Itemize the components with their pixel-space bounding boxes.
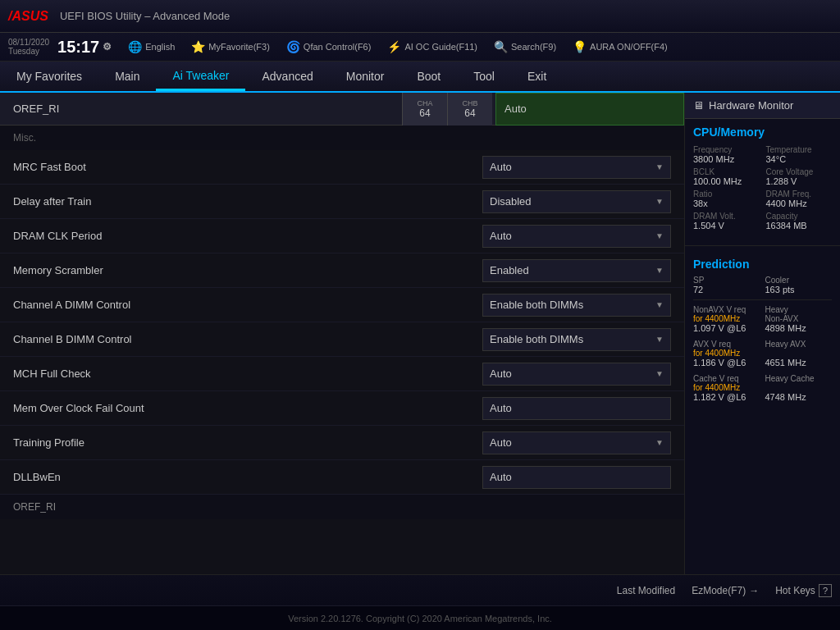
toolbar: 08/11/2020 Tuesday 15:17 ⚙ 🌐 English ⭐ M… bbox=[0, 33, 840, 62]
avx-right-2: Heavy Cache 4748 MHz bbox=[765, 374, 833, 402]
ez-mode-button[interactable]: EzMode(F7) → bbox=[692, 585, 759, 596]
avx-prediction-row: AVX V req for 4400MHz 1.186 V @L6 Heavy … bbox=[693, 340, 832, 368]
hardware-monitor-panel: 🖥 Hardware Monitor CPU/Memory Frequency … bbox=[684, 93, 840, 574]
avx-predictions: NonAVX V req for 4400MHz 1.097 V @L6 Hea… bbox=[693, 305, 832, 402]
hw-metric-item: DRAM Volt. 1.504 V bbox=[693, 212, 760, 231]
setting-row: Training Profile Auto ▼ bbox=[0, 426, 684, 460]
setting-value-3[interactable]: Enabled ▼ bbox=[482, 259, 671, 282]
header-bar: /ASUS UEFI BIOS Utility – Advanced Mode bbox=[0, 0, 840, 33]
cooler-item: Cooler 163 pts bbox=[765, 276, 833, 294]
nav-boot[interactable]: Boot bbox=[400, 62, 457, 91]
lightning-icon: ⚡ bbox=[387, 40, 401, 53]
nav-ai-tweaker[interactable]: Ai Tweaker bbox=[156, 62, 245, 91]
settings-icon[interactable]: ⚙ bbox=[103, 41, 112, 52]
setting-value-0[interactable]: Auto ▼ bbox=[482, 156, 671, 179]
main-panel: OREF_RI CHA 64 CHB 64 Auto Misc. MRC Fas… bbox=[0, 93, 684, 574]
hot-keys-button[interactable]: Hot Keys ? bbox=[775, 584, 832, 597]
bios-title: UEFI BIOS Utility – Advanced Mode bbox=[60, 10, 832, 22]
last-modified-label: Last Modified bbox=[617, 585, 675, 596]
setting-value-8[interactable]: Auto ▼ bbox=[482, 431, 671, 454]
setting-name-0: MRC Fast Boot bbox=[13, 161, 482, 173]
settings-list: MRC Fast Boot Auto ▼ Delay after Train D… bbox=[0, 150, 684, 495]
dropdown-arrow-icon: ▼ bbox=[655, 300, 664, 309]
fan-icon: 🌀 bbox=[286, 40, 300, 53]
setting-name-5: Channel B DIMM Control bbox=[13, 333, 482, 345]
hw-metric-item: Temperature 34°C bbox=[766, 145, 833, 164]
cpu-memory-section: CPU/Memory Frequency 3800 MHz Temperatur… bbox=[685, 119, 840, 240]
dropdown-arrow-icon: ▼ bbox=[655, 197, 664, 206]
time-display: 15:17 ⚙ bbox=[57, 38, 112, 57]
ai-oc-button[interactable]: ⚡ AI OC Guide(F11) bbox=[387, 40, 477, 53]
setting-row: MRC Fast Boot Auto ▼ bbox=[0, 150, 684, 185]
misc-section-label: Misc. bbox=[0, 126, 684, 150]
hw-metric-item: Capacity 16384 MB bbox=[766, 212, 833, 231]
oref-info: OREF_RI bbox=[0, 495, 684, 519]
setting-name-2: DRAM CLK Period bbox=[13, 230, 482, 242]
language-selector[interactable]: 🌐 English bbox=[128, 40, 175, 53]
hw-metric-item: BCLK 100.00 MHz bbox=[693, 167, 760, 186]
setting-name-4: Channel A DIMM Control bbox=[13, 299, 482, 311]
datetime-block: 08/11/2020 Tuesday 15:17 ⚙ bbox=[8, 38, 112, 57]
aura-button[interactable]: 💡 AURA ON/OFF(F4) bbox=[573, 40, 668, 53]
avx-right-1: Heavy AVX 4651 MHz bbox=[765, 340, 833, 368]
setting-name-9: DLLBwEn bbox=[13, 471, 482, 483]
date-display: 08/11/2020 Tuesday bbox=[8, 38, 49, 56]
nav-my-favorites[interactable]: My Favorites bbox=[0, 62, 98, 91]
asus-logo: /ASUS bbox=[8, 9, 48, 24]
cha-chb-badges: CHA 64 CHB 64 bbox=[402, 93, 492, 126]
nav-monitor[interactable]: Monitor bbox=[330, 62, 401, 91]
star-icon: ⭐ bbox=[191, 40, 205, 53]
setting-row: DRAM CLK Period Auto ▼ bbox=[0, 219, 684, 253]
footer: Version 2.20.1276. Copyright (C) 2020 Am… bbox=[0, 605, 840, 630]
nav-advanced[interactable]: Advanced bbox=[245, 62, 329, 91]
setting-row: Memory Scrambler Enabled ▼ bbox=[0, 253, 684, 288]
setting-value-5[interactable]: Enable both DIMMs ▼ bbox=[482, 328, 671, 351]
setting-value-1[interactable]: Disabled ▼ bbox=[482, 190, 671, 213]
setting-value-9[interactable]: Auto bbox=[482, 466, 671, 489]
content-area: OREF_RI CHA 64 CHB 64 Auto Misc. MRC Fas… bbox=[0, 93, 840, 574]
setting-name-3: Memory Scrambler bbox=[13, 264, 482, 276]
nav-exit[interactable]: Exit bbox=[511, 62, 563, 91]
hw-metric-item: DRAM Freq. 4400 MHz bbox=[766, 189, 833, 208]
dropdown-arrow-icon: ▼ bbox=[655, 231, 664, 240]
setting-value-6[interactable]: Auto ▼ bbox=[482, 363, 671, 386]
dropdown-arrow-icon: ▼ bbox=[655, 369, 664, 378]
search-button[interactable]: 🔍 Search(F9) bbox=[494, 40, 556, 53]
dropdown-arrow-icon: ▼ bbox=[655, 266, 664, 275]
hw-monitor-title: 🖥 Hardware Monitor bbox=[685, 93, 840, 119]
dropdown-arrow-icon: ▼ bbox=[655, 162, 664, 171]
setting-row: MCH Full Check Auto ▼ bbox=[0, 357, 684, 391]
chb-badge: CHB 64 bbox=[447, 93, 492, 126]
nav-main[interactable]: Main bbox=[98, 62, 156, 91]
setting-row: DLLBwEn Auto bbox=[0, 460, 684, 495]
setting-name-1: Delay after Train bbox=[13, 195, 482, 208]
setting-row: Delay after Train Disabled ▼ bbox=[0, 185, 684, 219]
setting-row: Channel B DIMM Control Enable both DIMMs… bbox=[0, 322, 684, 357]
dropdown-arrow-icon: ▼ bbox=[655, 438, 664, 447]
setting-row: Mem Over Clock Fail Count Auto bbox=[0, 391, 684, 426]
question-icon: ? bbox=[819, 584, 832, 597]
sp-cooler-grid: SP 72 Cooler 163 pts bbox=[693, 276, 832, 294]
setting-name-6: MCH Full Check bbox=[13, 368, 482, 380]
setting-name-7: Mem Over Clock Fail Count bbox=[13, 402, 482, 414]
avx-prediction-row: NonAVX V req for 4400MHz 1.097 V @L6 Hea… bbox=[693, 305, 832, 333]
nav-tool[interactable]: Tool bbox=[457, 62, 511, 91]
avx-left-1: AVX V req for 4400MHz 1.186 V @L6 bbox=[693, 340, 760, 368]
hw-metric-item: Ratio 38x bbox=[693, 189, 760, 208]
myfavorite-button[interactable]: ⭐ MyFavorite(F3) bbox=[191, 40, 270, 53]
hw-metric-item: Core Voltage 1.288 V bbox=[766, 167, 833, 186]
avx-left-0: NonAVX V req for 4400MHz 1.097 V @L6 bbox=[693, 305, 760, 333]
setting-value-2[interactable]: Auto ▼ bbox=[482, 225, 671, 248]
qfan-button[interactable]: 🌀 Qfan Control(F6) bbox=[286, 40, 372, 53]
avx-left-2: Cache V req for 4400MHz 1.182 V @L6 bbox=[693, 374, 760, 402]
setting-value-4[interactable]: Enable both DIMMs ▼ bbox=[482, 294, 671, 317]
dropdown-arrow-icon: ▼ bbox=[655, 335, 664, 344]
cpu-metrics-grid: Frequency 3800 MHz Temperature 34°C BCLK… bbox=[693, 145, 832, 231]
oref-header-value[interactable]: Auto bbox=[495, 93, 684, 126]
oref-header-label: OREF_RI bbox=[0, 103, 402, 115]
oref-header-row: OREF_RI CHA 64 CHB 64 Auto bbox=[0, 93, 684, 126]
search-icon: 🔍 bbox=[494, 40, 508, 53]
prediction-section: Prediction SP 72 Cooler 163 pts NonAVX V… bbox=[685, 251, 840, 415]
arrow-right-icon: → bbox=[749, 585, 759, 596]
setting-value-7[interactable]: Auto bbox=[482, 397, 671, 420]
